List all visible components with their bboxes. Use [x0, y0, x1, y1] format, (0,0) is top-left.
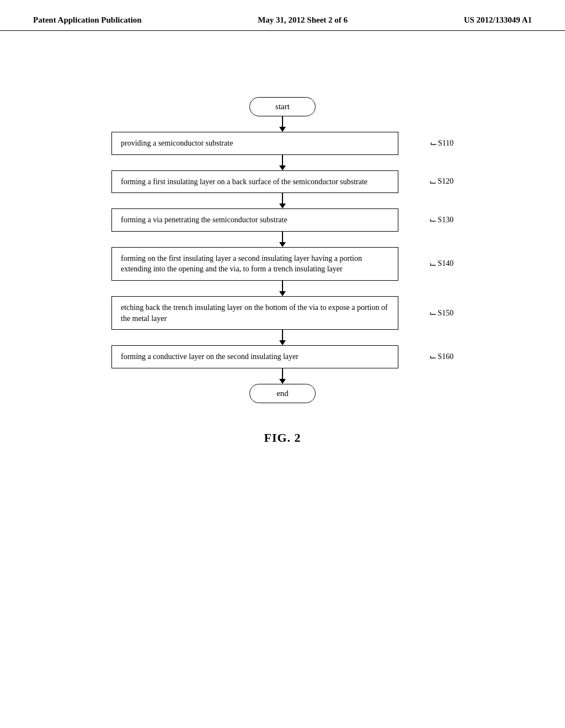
arrow-head — [279, 291, 286, 296]
flowchart: start providing a semiconductor substrat… — [111, 97, 454, 403]
end-oval: end — [249, 384, 316, 403]
arrow-line — [282, 330, 283, 340]
arrow-line — [282, 368, 283, 379]
figure-caption: FIG. 2 — [264, 431, 301, 445]
arrow-2 — [279, 193, 286, 208]
step-label-s120: ⌙ S120 — [429, 176, 454, 187]
arrow-head — [279, 127, 286, 132]
step-box-s150: etching back the trench insulating layer… — [111, 296, 398, 330]
step-label-s160: ⌙ S160 — [429, 351, 454, 362]
start-oval: start — [249, 97, 316, 116]
step-label-s140: ⌙ S140 — [429, 259, 454, 269]
arrow-1 — [279, 155, 286, 170]
step-row-s110: providing a semiconductor substrate ⌙ S1… — [111, 132, 454, 155]
arrow-3 — [279, 232, 286, 247]
arrow-head — [279, 242, 286, 247]
step-row-s150: etching back the trench insulating layer… — [111, 296, 454, 330]
step-box-s160: forming a conductive layer on the second… — [111, 345, 398, 368]
arrow-line — [282, 281, 283, 291]
publication-label: Patent Application Publication — [33, 15, 142, 25]
date-sheet-label: May 31, 2012 Sheet 2 of 6 — [258, 15, 348, 25]
arrow-head — [279, 165, 286, 170]
step-label-s130: ⌙ S130 — [429, 215, 454, 225]
step-row-s130: forming a via penetrating the semiconduc… — [111, 208, 454, 232]
step-label-s150: ⌙ S150 — [429, 308, 454, 318]
arrow-head — [279, 340, 286, 345]
step-box-s110: providing a semiconductor substrate — [111, 132, 398, 155]
step-row-s120: forming a first insulating layer on a ba… — [111, 170, 454, 194]
step-row-s140: forming on the first insulating layer a … — [111, 247, 454, 281]
main-content: start providing a semiconductor substrat… — [0, 31, 565, 445]
arrow-line — [282, 155, 283, 165]
arrow-6 — [279, 368, 286, 384]
step-box-s130: forming a via penetrating the semiconduc… — [111, 208, 398, 232]
step-box-s140: forming on the first insulating layer a … — [111, 247, 398, 281]
step-label-s110: ⌙ S110 — [430, 138, 454, 148]
page-header: Patent Application Publication May 31, 2… — [0, 0, 565, 31]
step-row-s160: forming a conductive layer on the second… — [111, 345, 454, 368]
arrow-head — [279, 204, 286, 208]
arrow-line — [282, 193, 283, 204]
arrow-0 — [279, 116, 286, 132]
arrow-5 — [279, 330, 286, 345]
step-box-s120: forming a first insulating layer on a ba… — [111, 170, 398, 194]
arrow-line — [282, 232, 283, 242]
arrow-4 — [279, 281, 286, 296]
arrow-line — [282, 116, 283, 127]
arrow-head — [279, 379, 286, 384]
patent-number-label: US 2012/133049 A1 — [464, 15, 532, 25]
